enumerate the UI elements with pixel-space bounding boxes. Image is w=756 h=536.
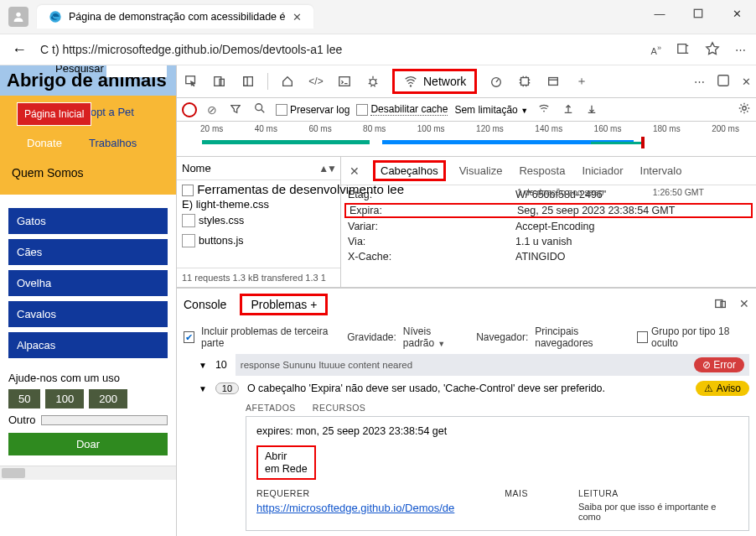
clear-button[interactable]: ⊘	[204, 103, 220, 117]
header-key: Via:	[348, 236, 515, 247]
nav-home-button[interactable]: Página Inicial	[17, 102, 91, 126]
svg-point-22	[743, 107, 746, 110]
issue-collapse-icon[interactable]: ▼	[199, 361, 207, 370]
expires-detail: expires: mon, 25 seep 2023 23:38:54 get	[256, 425, 738, 437]
header-key: X-Cache:	[348, 251, 515, 263]
export-icon[interactable]	[583, 103, 600, 117]
nav-about-link[interactable]: Quem Somos	[3, 166, 173, 180]
issue-count-badge: 10	[215, 359, 227, 371]
horizontal-scrollbar[interactable]	[0, 466, 176, 480]
disable-cache-label: Desabilitar cache	[370, 103, 448, 116]
tick-label: 40 ms	[255, 124, 277, 133]
welcome-icon[interactable]	[239, 72, 257, 91]
inspect-icon[interactable]	[182, 72, 200, 91]
request-url-link[interactable]: https://microsoftedge.github.io/Demos/de	[256, 502, 454, 514]
browser-tab[interactable]: Página de demonstração com acessibilidad…	[37, 5, 313, 29]
category-item[interactable]: Cavalos	[8, 301, 168, 327]
donate-amount-button[interactable]: 100	[45, 389, 84, 409]
new-tab-icon[interactable]: ＋	[572, 72, 591, 91]
window-minimize-button[interactable]: —	[640, 0, 679, 27]
issue-count-badge: 10	[215, 382, 239, 394]
svg-line-20	[261, 110, 265, 113]
other-label: Outro	[8, 414, 36, 426]
debugger-icon[interactable]	[364, 72, 382, 91]
request-row[interactable]: buttons.js	[177, 231, 340, 251]
network-conditions-icon[interactable]	[535, 102, 553, 117]
profile-avatar[interactable]	[8, 7, 28, 27]
disable-cache-checkbox[interactable]: Desabilitar cache	[356, 103, 448, 116]
category-item[interactable]: Alpacas	[8, 332, 168, 358]
column-name[interactable]: Nome	[182, 162, 211, 174]
tab-initiator[interactable]: Iniciador	[578, 161, 626, 180]
drawer-problems-tab[interactable]: Problemas +	[240, 294, 328, 315]
network-tab[interactable]: Network	[392, 69, 477, 94]
nav-jobs-link[interactable]: Trabalhos	[82, 132, 143, 154]
import-icon[interactable]	[560, 103, 577, 117]
tab-close-icon[interactable]: ✕	[293, 11, 302, 23]
issues-icon[interactable]	[717, 74, 730, 90]
svg-rect-24	[721, 301, 725, 307]
sort-icon[interactable]: ▲▼	[318, 163, 335, 174]
back-button[interactable]: ←	[7, 37, 32, 62]
scrollbar-thumb[interactable]	[2, 468, 25, 478]
application-icon[interactable]	[544, 72, 562, 91]
collections-icon[interactable]	[676, 42, 690, 58]
include-third-party-checkbox[interactable]: ✔	[184, 331, 194, 343]
drawer-console-tab[interactable]: Console	[184, 298, 226, 311]
tick-label: 200 ms	[712, 124, 739, 133]
file-icon	[182, 214, 195, 227]
memory-icon[interactable]	[515, 72, 534, 91]
tab-timing[interactable]: Intervalo	[637, 161, 686, 180]
filter-icon[interactable]	[227, 103, 244, 117]
tab-preview[interactable]: Visualize	[456, 161, 506, 180]
console-icon[interactable]	[335, 72, 354, 91]
devtools-close-icon[interactable]: ✕	[742, 75, 751, 88]
drawer-device-icon[interactable]	[714, 297, 728, 313]
performance-icon[interactable]	[487, 72, 505, 91]
tick-label: 140 ms	[535, 124, 562, 133]
open-in-network-button[interactable]: Abrir em Rede	[256, 445, 316, 480]
svg-rect-15	[521, 78, 529, 86]
group-by-type-checkbox[interactable]: ✔	[637, 331, 648, 343]
tab-response[interactable]: Resposta	[515, 161, 568, 180]
request-row[interactable]: styles.css	[177, 211, 340, 231]
donate-button[interactable]: Doar	[8, 433, 168, 455]
other-amount-input[interactable]	[41, 415, 168, 425]
record-button[interactable]	[182, 102, 197, 117]
throttling-select[interactable]: Sem limitação ▼	[454, 104, 528, 116]
category-item[interactable]: Ovelha	[8, 270, 168, 296]
category-item[interactable]: Gatos	[8, 208, 168, 234]
svg-point-13	[410, 85, 412, 86]
category-item[interactable]: Cães	[8, 239, 168, 265]
svg-rect-3	[678, 44, 686, 53]
nav-donate-link[interactable]: Donate	[20, 132, 69, 154]
page-content: Abrigo de animais Pesquisar Página Inici…	[0, 65, 176, 536]
donate-amount-button[interactable]: 50	[8, 389, 40, 409]
window-maximize-button[interactable]	[679, 0, 717, 27]
elements-icon[interactable]: </>	[307, 72, 325, 91]
address-url[interactable]: C t) https://microsoftedge.github.io/Dem…	[40, 43, 643, 56]
more-icon[interactable]: ⋯	[735, 44, 746, 56]
svg-rect-16	[549, 78, 558, 86]
issue-expand-icon[interactable]: ▼	[199, 384, 207, 393]
preserve-log-checkbox[interactable]: Preservar log	[276, 104, 350, 116]
more-tools-icon[interactable]: ⋯	[694, 75, 705, 88]
tab-title: Página de demonstração com acessibilidad…	[69, 11, 286, 23]
search-input[interactable]	[106, 65, 167, 77]
settings-icon[interactable]	[738, 101, 751, 117]
network-timeline[interactable]: 20 ms 40 ms 60 ms 80 ms 100 ms 120 ms 14…	[177, 122, 756, 157]
issue-title: O cabeçalho 'Expira' não deve ser usado,…	[247, 382, 605, 394]
drawer-close-icon[interactable]: ✕	[739, 297, 749, 313]
detail-close-icon[interactable]: ✕	[346, 164, 363, 178]
reading-mode-icon[interactable]: A»	[651, 44, 661, 56]
home-icon[interactable]	[278, 72, 297, 91]
window-close-button[interactable]: ✕	[717, 0, 756, 27]
search-icon[interactable]	[251, 102, 269, 117]
favorite-icon[interactable]	[705, 41, 720, 59]
donate-amount-button[interactable]: 200	[89, 389, 127, 409]
tab-headers[interactable]: Cabeçalhos	[373, 160, 446, 181]
device-icon[interactable]	[210, 72, 229, 91]
gravity-select[interactable]: Níveis padrão	[403, 325, 469, 349]
svg-point-19	[256, 104, 262, 111]
svg-point-0	[16, 13, 20, 17]
